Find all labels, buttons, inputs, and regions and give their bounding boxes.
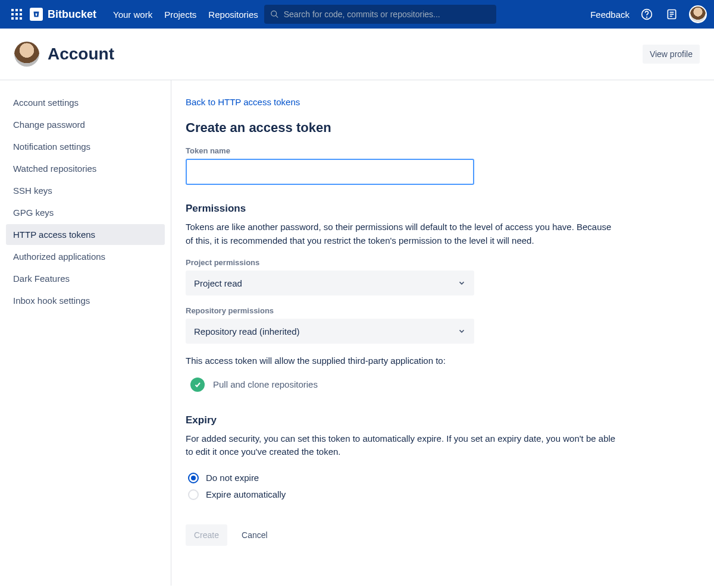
radio-icon [188,489,199,500]
sidebar-item-inbox-hook-settings[interactable]: Inbox hook settings [6,290,165,311]
page-title: Account [48,45,114,64]
nav-link-projects[interactable]: Projects [164,10,196,20]
account-avatar [14,42,39,67]
main-content: Back to HTTP access tokens Create an acc… [171,80,707,586]
project-permissions-value: Project read [194,278,242,288]
user-avatar[interactable] [689,5,707,23]
repository-permissions-label: Repository permissions [186,306,659,315]
bitbucket-logo-icon [30,8,43,21]
svg-rect-2 [20,9,22,11]
expiry-option-do-not-expire[interactable]: Do not expire [186,470,659,486]
search-container [264,5,496,24]
svg-point-9 [271,11,277,16]
sidebar-item-gpg-keys[interactable]: GPG keys [6,202,165,223]
chevron-down-icon [458,279,466,287]
permissions-heading: Permissions [186,203,659,215]
top-nav: Bitbucket Your work Projects Repositorie… [0,0,714,29]
help-button[interactable] [639,7,654,22]
expiry-option-label: Expire automatically [206,489,286,499]
view-profile-button[interactable]: View profile [643,45,700,64]
sidebar-item-change-password[interactable]: Change password [6,114,165,135]
feedback-link[interactable]: Feedback [590,10,630,20]
whats-new-button[interactable] [664,7,679,22]
expiry-option-label: Do not expire [206,473,259,483]
radio-icon [188,473,199,483]
svg-rect-4 [15,13,18,15]
apps-grid-icon [11,9,22,20]
sidebar-item-dark-features[interactable]: Dark Features [6,268,165,289]
allow-item-label: Pull and clone repositories [213,379,318,389]
form-title: Create an access token [186,120,659,136]
svg-rect-0 [11,9,14,11]
permissions-description: Tokens are like another password, so the… [186,221,620,247]
allow-list: Pull and clone repositories [186,373,659,397]
nav-link-your-work[interactable]: Your work [113,10,152,20]
svg-line-10 [275,15,278,18]
svg-rect-5 [20,13,22,15]
nav-links: Your work Projects Repositories [113,10,258,20]
sidebar: Account settings Change password Notific… [0,80,171,586]
content-layout: Account settings Change password Notific… [0,80,714,586]
repository-permissions-value: Repository read (inherited) [194,326,300,337]
sidebar-item-authorized-applications[interactable]: Authorized applications [6,246,165,267]
repository-permissions-select[interactable]: Repository read (inherited) [186,319,474,344]
allow-intro: This access token will allow the supplie… [186,354,620,368]
svg-rect-3 [11,13,14,15]
create-button: Create [186,524,227,546]
token-name-input[interactable] [186,159,474,185]
chevron-down-icon [458,327,466,335]
allow-item: Pull and clone repositories [186,373,659,397]
svg-rect-7 [15,17,18,20]
expiry-option-expire-automatically[interactable]: Expire automatically [186,486,659,503]
sidebar-item-watched-repositories[interactable]: Watched repositories [6,158,165,179]
project-permissions-select[interactable]: Project read [186,271,474,295]
nav-right: Feedback [590,5,707,23]
sidebar-item-ssh-keys[interactable]: SSH keys [6,180,165,201]
page-header: Account View profile [0,29,714,80]
check-circle-icon [190,378,205,392]
brand-name: Bitbucket [48,8,96,21]
project-permissions-label: Project permissions [186,258,659,267]
brand-logo[interactable]: Bitbucket [30,8,96,21]
cancel-button[interactable]: Cancel [242,530,268,540]
svg-rect-8 [20,17,22,20]
help-icon [641,8,653,20]
sidebar-item-http-access-tokens[interactable]: HTTP access tokens [6,224,165,245]
nav-link-repositories[interactable]: Repositories [208,10,258,20]
svg-rect-1 [15,9,18,11]
search-input[interactable] [284,10,490,19]
sidebar-item-notification-settings[interactable]: Notification settings [6,136,165,157]
token-name-label: Token name [186,146,659,155]
search-icon [270,10,279,19]
svg-rect-6 [11,17,14,20]
back-link[interactable]: Back to HTTP access tokens [186,97,300,107]
notes-icon [666,8,678,20]
form-actions: Create Cancel [186,524,659,546]
app-switcher-button[interactable] [7,5,26,24]
expiry-description: For added security, you can set this tok… [186,432,620,459]
svg-point-12 [647,17,647,18]
sidebar-item-account-settings[interactable]: Account settings [6,92,165,113]
expiry-heading: Expiry [186,414,659,426]
